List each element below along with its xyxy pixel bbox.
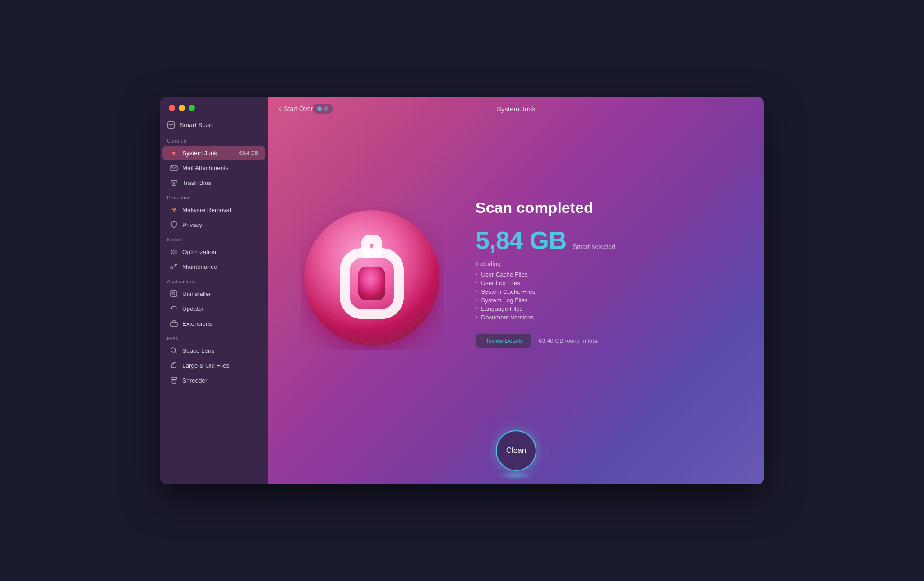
privacy-icon bbox=[170, 221, 178, 229]
sidebar-section-files: Files Space Lens Large & Old bbox=[160, 331, 268, 388]
including-label: Including bbox=[476, 260, 737, 267]
sidebar-item-maintenance[interactable]: Maintenance bbox=[162, 259, 265, 274]
sidebar-item-shredder[interactable]: Shredder bbox=[162, 373, 265, 387]
list-item: Document Versions bbox=[476, 314, 737, 321]
trash-icon bbox=[170, 179, 178, 187]
back-label: Start Over bbox=[284, 105, 313, 112]
sidebar-item-large-old-files[interactable]: Large & Old Files bbox=[162, 358, 265, 373]
content-area: Scan completed 5,84 GB Smart-selected In… bbox=[268, 121, 764, 430]
header-dots bbox=[313, 104, 333, 114]
sidebar-section-speed: Speed Optimization Maintenanc bbox=[160, 232, 268, 274]
dot-2 bbox=[324, 106, 328, 111]
sidebar-item-privacy[interactable]: Privacy bbox=[162, 217, 265, 232]
sidebar-item-trash-bins[interactable]: Trash Bins bbox=[162, 175, 265, 190]
space-lens-icon bbox=[170, 346, 178, 355]
sidebar-section-protection: Protection ☣ Malware Removal Privacy bbox=[160, 190, 268, 232]
smart-scan-icon bbox=[167, 121, 175, 129]
sidebar-section-cleanup: Cleanup ● System Junk 63,4 GB Mail Attac… bbox=[160, 134, 268, 190]
large-files-icon bbox=[170, 361, 178, 369]
optimization-icon bbox=[170, 248, 178, 256]
sidebar-item-malware-removal[interactable]: ☣ Malware Removal bbox=[162, 203, 265, 217]
found-total-label: 63,40 GB found in total bbox=[539, 337, 599, 344]
section-label-files: Files bbox=[160, 331, 268, 343]
sidebar: Smart Scan Cleanup ● System Junk 63,4 GB… bbox=[160, 97, 268, 484]
clean-button-glow bbox=[498, 471, 534, 480]
sidebar-section-applications: Applications Uninstaller Upda bbox=[160, 274, 268, 331]
trash-bins-label: Trash Bins bbox=[182, 180, 258, 186]
optimization-label: Optimization bbox=[182, 249, 258, 255]
section-label-cleanup: Cleanup bbox=[160, 134, 268, 145]
uninstaller-icon bbox=[170, 290, 178, 298]
list-item: User Cache Files bbox=[476, 271, 737, 278]
section-label-applications: Applications bbox=[160, 274, 268, 286]
traffic-lights bbox=[160, 97, 268, 117]
list-item: System Log Files bbox=[476, 297, 737, 304]
maximize-button[interactable] bbox=[189, 105, 195, 111]
maintenance-label: Maintenance bbox=[182, 263, 258, 270]
smart-selected-badge: Smart-selected bbox=[573, 243, 615, 250]
svg-point-2 bbox=[173, 251, 175, 253]
svg-point-6 bbox=[171, 348, 176, 352]
sidebar-item-uninstaller[interactable]: Uninstaller bbox=[162, 286, 265, 301]
sidebar-item-optimization[interactable]: Optimization bbox=[162, 244, 265, 259]
review-details-button[interactable]: Review Details bbox=[476, 333, 531, 348]
shredder-icon bbox=[170, 376, 178, 384]
system-junk-icon: ● bbox=[170, 149, 178, 157]
close-button[interactable] bbox=[169, 105, 175, 111]
malware-removal-label: Malware Removal bbox=[182, 207, 258, 213]
extensions-label: Extensions bbox=[182, 320, 258, 327]
list-item: System Cache Files bbox=[476, 288, 737, 295]
mail-icon bbox=[170, 164, 178, 172]
smart-scan-label: Smart Scan bbox=[180, 121, 213, 129]
space-lens-label: Space Lens bbox=[182, 347, 258, 354]
app-icon bbox=[300, 206, 444, 350]
sidebar-item-updater[interactable]: Updater bbox=[162, 301, 265, 316]
svg-rect-5 bbox=[171, 322, 177, 327]
sidebar-item-mail-attachments[interactable]: Mail Attachments bbox=[162, 161, 265, 175]
sidebar-item-extensions[interactable]: Extensions bbox=[162, 316, 265, 331]
svg-rect-7 bbox=[171, 377, 177, 379]
app-icon-container bbox=[286, 206, 457, 350]
svg-rect-11 bbox=[358, 267, 385, 300]
updater-icon bbox=[170, 304, 178, 313]
uninstaller-label: Uninstaller bbox=[182, 290, 258, 297]
list-item: User Log Files bbox=[476, 280, 737, 286]
sidebar-item-space-lens[interactable]: Space Lens bbox=[162, 343, 265, 358]
large-old-files-label: Large & Old Files bbox=[182, 362, 258, 369]
clean-button[interactable]: Clean bbox=[496, 430, 536, 471]
extensions-icon bbox=[170, 319, 178, 327]
clean-button-wrapper: Clean bbox=[496, 430, 536, 471]
page-title: System Junk bbox=[497, 105, 536, 113]
bottom-bar: Clean bbox=[268, 430, 764, 484]
minimize-button[interactable] bbox=[179, 105, 185, 111]
mail-attachments-label: Mail Attachments bbox=[182, 165, 258, 171]
back-button[interactable]: ‹ Start Over bbox=[279, 105, 313, 113]
file-list: User Cache Files User Log Files System C… bbox=[476, 271, 737, 321]
maintenance-icon bbox=[170, 263, 178, 271]
action-row: Review Details 63,40 GB found in total bbox=[476, 333, 737, 348]
main-content: ‹ Start Over System Junk bbox=[268, 97, 764, 484]
shredder-label: Shredder bbox=[182, 377, 258, 384]
main-window: Smart Scan Cleanup ● System Junk 63,4 GB… bbox=[160, 97, 764, 484]
chevron-left-icon: ‹ bbox=[279, 105, 281, 113]
malware-icon: ☣ bbox=[170, 206, 178, 214]
system-junk-badge: 63,4 GB bbox=[239, 150, 258, 156]
dot-1 bbox=[317, 106, 322, 111]
size-value: 5,84 GB bbox=[476, 226, 567, 255]
header: ‹ Start Over System Junk bbox=[268, 97, 764, 121]
scan-completed-title: Scan completed bbox=[476, 199, 737, 217]
section-label-protection: Protection bbox=[160, 190, 268, 202]
privacy-label: Privacy bbox=[182, 221, 258, 228]
sidebar-item-system-junk[interactable]: ● System Junk 63,4 GB bbox=[162, 146, 265, 160]
sidebar-item-smart-scan[interactable]: Smart Scan bbox=[160, 117, 268, 134]
size-row: 5,84 GB Smart-selected bbox=[476, 226, 737, 255]
info-panel: Scan completed 5,84 GB Smart-selected In… bbox=[457, 199, 737, 357]
section-label-speed: Speed bbox=[160, 232, 268, 244]
system-junk-label: System Junk bbox=[182, 150, 235, 157]
list-item: Language Files bbox=[476, 305, 737, 312]
updater-label: Updater bbox=[182, 305, 258, 312]
